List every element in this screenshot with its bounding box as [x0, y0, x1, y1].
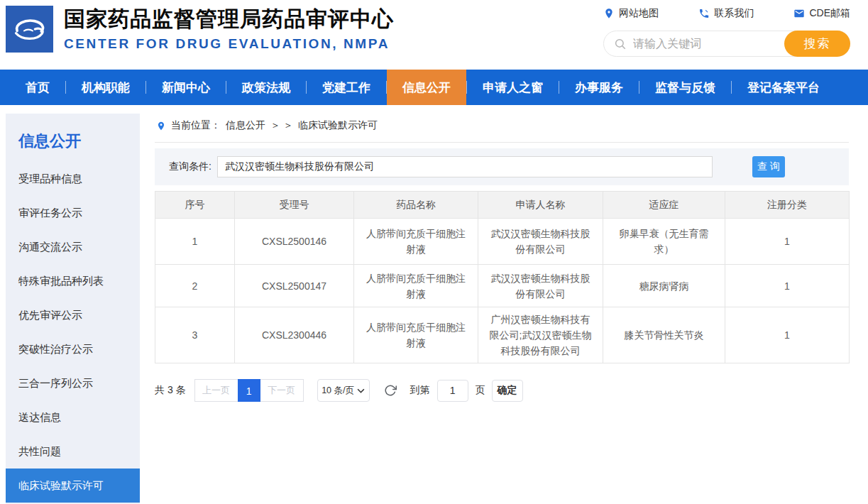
- confirm-button[interactable]: 确定: [492, 380, 523, 402]
- main-nav: 首页 机构职能 新闻中心 政策法规 党建工作 信息公开 申请人之窗 办事服务 监…: [0, 70, 868, 105]
- sitemap-link[interactable]: 网站地图: [603, 7, 659, 20]
- query-button[interactable]: 查 询: [752, 156, 785, 177]
- col-header-registration-class: 注册分类: [725, 192, 850, 219]
- phone-icon: [698, 8, 710, 19]
- refresh-icon[interactable]: [384, 384, 397, 397]
- cell-drug-name: 人脐带间充质干细胞注射液: [354, 265, 478, 307]
- breadcrumb: 当前位置： 信息公开 ＞ ＞ 临床试验默示许可: [155, 115, 849, 143]
- main-content: 当前位置： 信息公开 ＞ ＞ 临床试验默示许可 查询条件: 查 询 序号 受理号…: [155, 115, 849, 402]
- page-body: 信息公开 受理品种信息 审评任务公示 沟通交流公示 特殊审批品种列表 优先审评公…: [0, 105, 868, 504]
- contact-link-label: 联系我们: [714, 7, 754, 20]
- chevron-down-icon: [357, 388, 365, 393]
- cell-registration-class: 1: [725, 219, 850, 265]
- cell-index: 1: [155, 219, 235, 265]
- sidebar-item-communication[interactable]: 沟通交流公示: [6, 230, 140, 264]
- sitemap-link-label: 网站地图: [619, 7, 659, 20]
- cell-applicant: 武汉汉密顿生物科技股份有限公司: [478, 265, 603, 307]
- sidebar-item-delivery-info[interactable]: 送达信息: [6, 400, 140, 434]
- cell-indication: 糖尿病肾病: [603, 265, 725, 307]
- site-search: 搜索: [603, 31, 850, 57]
- nav-item-party[interactable]: 党建工作: [307, 70, 386, 105]
- col-header-index: 序号: [155, 192, 235, 219]
- site-titles: 国家药品监督管理局药品审评中心 CENTER FOR DRUG EVALUATI…: [64, 6, 394, 52]
- breadcrumb-label: 当前位置：: [171, 119, 221, 132]
- sidebar-item-breakthrough-therapy[interactable]: 突破性治疗公示: [6, 332, 140, 366]
- goto-page-label: 到第: [410, 384, 430, 397]
- breadcrumb-current: 临床试验默示许可: [298, 119, 378, 132]
- site-title-en: CENTER FOR DRUG EVALUATION, NMPA: [64, 36, 394, 52]
- prev-page-button[interactable]: 上一页: [194, 379, 238, 402]
- nav-item-info-disclosure[interactable]: 信息公开: [387, 70, 466, 105]
- cde-mail-link-label: CDE邮箱: [809, 7, 850, 20]
- site-search-button[interactable]: 搜索: [784, 31, 850, 57]
- goto-page-input[interactable]: [437, 380, 468, 402]
- nav-item-supervision[interactable]: 监督与反馈: [639, 70, 731, 105]
- page-number-button[interactable]: 1: [238, 379, 260, 402]
- cde-mail-link[interactable]: CDE邮箱: [793, 7, 850, 20]
- nav-item-registration-platform[interactable]: 登记备案平台: [732, 70, 835, 105]
- pagination-total: 共 3 条: [155, 384, 186, 397]
- results-table: 序号 受理号 药品名称 申请人名称 适应症 注册分类 1 CXSL2500146…: [155, 191, 850, 363]
- site-header: 国家药品监督管理局药品审评中心 CENTER FOR DRUG EVALUATI…: [0, 0, 868, 70]
- search-icon: [614, 38, 627, 50]
- table-row: 2 CXSL2500147 人脐带间充质干细胞注射液 武汉汉密顿生物科技股份有限…: [155, 265, 850, 307]
- cell-drug-name: 人脐带间充质干细胞注射液: [354, 307, 478, 363]
- cell-index: 3: [155, 307, 235, 363]
- sidebar-item-accepted-varieties[interactable]: 受理品种信息: [6, 162, 140, 196]
- sidebar-item-review-tasks[interactable]: 审评任务公示: [6, 196, 140, 230]
- site-title-cn: 国家药品监督管理局药品审评中心: [64, 6, 394, 32]
- nav-item-functions[interactable]: 机构职能: [66, 70, 145, 105]
- sidebar-item-priority-review[interactable]: 优先审评公示: [6, 298, 140, 332]
- table-header-row: 序号 受理号 药品名称 申请人名称 适应症 注册分类: [155, 192, 850, 219]
- query-label: 查询条件:: [169, 160, 211, 173]
- contact-link[interactable]: 联系我们: [698, 7, 754, 20]
- table-row: 3 CXSL2300446 人脐带间充质干细胞注射液 广州汉密顿生物科技有限公司…: [155, 307, 850, 363]
- breadcrumb-section[interactable]: 信息公开: [226, 119, 265, 132]
- query-bar: 查询条件: 查 询: [155, 148, 849, 185]
- cde-logo-swoosh-icon: [11, 15, 48, 43]
- nav-item-services[interactable]: 办事服务: [559, 70, 639, 105]
- page-unit-label: 页: [476, 384, 485, 397]
- cell-registration-class: 1: [725, 265, 850, 307]
- nav-item-policy[interactable]: 政策法规: [226, 70, 306, 105]
- cde-logo[interactable]: [6, 6, 53, 53]
- top-links: 网站地图 联系我们 CDE邮箱: [603, 7, 850, 20]
- cell-acceptance-no: CXSL2500147: [235, 265, 354, 307]
- header-right: 网站地图 联系我们 CDE邮箱 搜索: [603, 7, 850, 57]
- col-header-applicant: 申请人名称: [478, 192, 603, 219]
- cell-indication: 膝关节骨性关节炎: [603, 307, 725, 363]
- cell-acceptance-no: CXSL2500146: [235, 219, 354, 265]
- cell-registration-class: 1: [725, 307, 850, 363]
- breadcrumb-separator: ＞ ＞: [270, 119, 293, 132]
- mail-icon: [793, 8, 805, 19]
- query-input[interactable]: [217, 156, 713, 177]
- cell-index: 2: [155, 265, 235, 307]
- sidebar-item-common-issues[interactable]: 共性问题: [6, 434, 140, 469]
- next-page-button[interactable]: 下一页: [260, 379, 304, 402]
- page-size-select[interactable]: 10 条/页: [317, 379, 370, 402]
- sidebar: 信息公开 受理品种信息 审评任务公示 沟通交流公示 特殊审批品种列表 优先审评公…: [6, 114, 140, 504]
- sidebar-title: 信息公开: [6, 114, 140, 162]
- cell-acceptance-no: CXSL2300446: [235, 307, 354, 363]
- sidebar-item-special-approval[interactable]: 特殊审批品种列表: [6, 264, 140, 298]
- col-header-indication: 适应症: [603, 192, 725, 219]
- col-header-acceptance-no: 受理号: [235, 192, 354, 219]
- cell-applicant: 广州汉密顿生物科技有限公司;武汉汉密顿生物科技股份有限公司: [478, 307, 603, 363]
- location-pin-icon: [156, 120, 166, 132]
- pagination: 共 3 条 上一页 1 下一页 10 条/页 到第 页 确定: [155, 379, 849, 402]
- sidebar-item-three-in-one[interactable]: 三合一序列公示: [6, 366, 140, 400]
- cell-drug-name: 人脐带间充质干细胞注射液: [354, 219, 478, 265]
- sidebar-item-clinical-trial-implied-license[interactable]: 临床试验默示许可: [6, 469, 140, 503]
- nav-item-applicant-window[interactable]: 申请人之窗: [467, 70, 559, 105]
- col-header-drug-name: 药品名称: [354, 192, 478, 219]
- nav-item-home[interactable]: 首页: [10, 70, 65, 105]
- nav-item-news[interactable]: 新闻中心: [146, 70, 226, 105]
- location-pin-icon: [603, 8, 615, 19]
- table-row: 1 CXSL2500146 人脐带间充质干细胞注射液 武汉汉密顿生物科技股份有限…: [155, 219, 850, 265]
- cell-indication: 卵巢早衰（无生育需求）: [603, 219, 725, 265]
- page-size-value: 10 条/页: [322, 385, 354, 397]
- cell-applicant: 武汉汉密顿生物科技股份有限公司: [478, 219, 603, 265]
